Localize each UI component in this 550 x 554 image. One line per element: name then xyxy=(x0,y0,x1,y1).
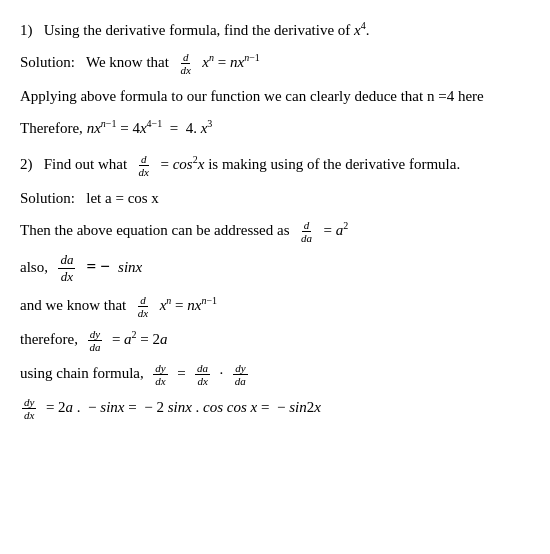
problem2-label: 2) xyxy=(20,156,40,172)
d-da-fraction: d da xyxy=(299,219,314,244)
andweknow-text: and we know that xyxy=(20,297,130,313)
chain-eq-mid: = xyxy=(173,365,189,381)
applying-line: Applying above formula to our function w… xyxy=(20,84,530,108)
also-eq: = − xyxy=(82,257,114,276)
also-sinx: sinx xyxy=(118,259,142,275)
problem2-pre: Find out what xyxy=(44,156,131,172)
sol2-label-line: Solution: let a = cos x xyxy=(20,186,530,210)
chain-da-dx: da dx xyxy=(195,362,210,387)
also-text: also, xyxy=(20,259,52,275)
sol1-weknow: We know that xyxy=(86,54,173,70)
therefore1-text: Therefore, nxn−1 = 4x4−1 = 4. x3 xyxy=(20,120,212,136)
problem1-label: 1) xyxy=(20,22,40,38)
then-eq: = a2 xyxy=(320,222,348,238)
da-dx-large-frac: da dx xyxy=(58,252,75,284)
d-dx-fraction-3: d dx xyxy=(136,294,150,319)
sol1-line1: Solution: We know that d dx xn = nxn−1 xyxy=(20,50,530,76)
problem1-text: Using the derivative formula, find the d… xyxy=(44,22,370,38)
problem2-block: 2) Find out what d dx = cos2x is making … xyxy=(20,152,530,178)
d-dx-fraction-2: d dx xyxy=(137,153,151,178)
solution1-label: Solution: xyxy=(20,54,83,70)
final-dy-dx: dy dx xyxy=(22,396,36,421)
therefore2-eq: = a2 = 2a xyxy=(108,331,167,347)
chain-dy-da: dy da xyxy=(233,362,248,387)
chain-line: using chain formula, dy dx = da dx · dy … xyxy=(20,361,530,387)
dy-da-frac: dy da xyxy=(87,328,102,353)
chain-dot: · xyxy=(216,365,227,381)
d-dx-fraction-1: d dx xyxy=(178,51,192,76)
then-text: Then the above equation can be addressed… xyxy=(20,222,293,238)
final-eq: = 2a . − sinx = − 2 sinx . cos cos x = −… xyxy=(42,399,321,415)
also-line: also, da dx = − sinx xyxy=(20,252,530,284)
andweknow-line: and we know that d dx xn = nxn−1 xyxy=(20,293,530,319)
chain-dy-dx: dy dx xyxy=(153,362,167,387)
problem2-mid: = cos2x is making using of the derivativ… xyxy=(157,156,460,172)
sol2-label: Solution: xyxy=(20,190,83,206)
andweknow-eq: xn = nxn−1 xyxy=(156,297,217,313)
then-line: Then the above equation can be addressed… xyxy=(20,218,530,244)
applying-text: Applying above formula to our function w… xyxy=(20,88,484,104)
sol2-text: let a = cos x xyxy=(86,190,159,206)
therefore2-text: therefore, xyxy=(20,331,82,347)
chain-text: using chain formula, xyxy=(20,365,147,381)
problem1-block: 1) Using the derivative formula, find th… xyxy=(20,18,530,42)
therefore2-line: therefore, dy da = a2 = 2a xyxy=(20,327,530,353)
sol1-xn: xn = nxn−1 xyxy=(199,54,260,70)
therefore1-line: Therefore, nxn−1 = 4x4−1 = 4. x3 xyxy=(20,116,530,140)
math-content: 1) Using the derivative formula, find th… xyxy=(20,18,530,421)
final-line: dy dx = 2a . − sinx = − 2 sinx . cos cos… xyxy=(20,395,530,421)
